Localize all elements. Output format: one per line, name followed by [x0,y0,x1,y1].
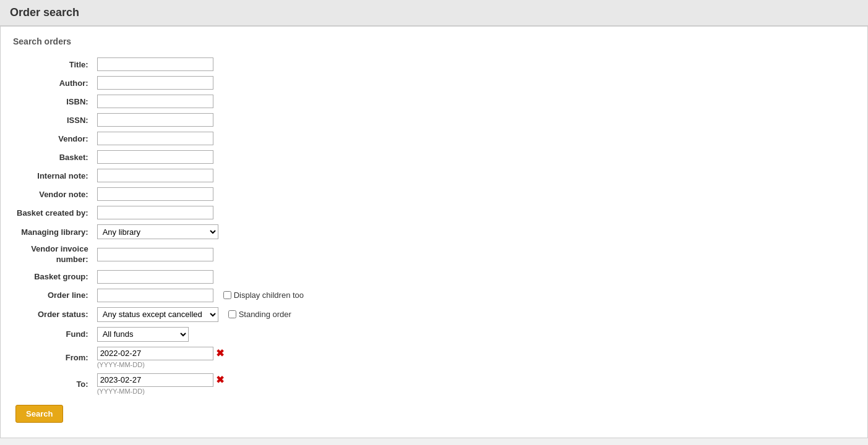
vendor-invoice-number-input[interactable] [97,248,213,261]
basket-label: Basket: [13,148,93,166]
basket-input[interactable] [97,150,213,164]
internal-note-input[interactable] [97,169,213,182]
from-date-input[interactable] [97,347,213,360]
to-date-hint: (YYYY-MM-DD) [97,388,304,395]
standing-order-label: Standing order [228,310,291,319]
clear-to-date-icon[interactable]: ✖ [216,375,224,385]
section-title: Search orders [13,36,855,46]
standing-order-checkbox[interactable] [228,310,236,318]
basket-created-by-label: Basket created by: [13,203,93,222]
order-status-select[interactable]: Any status except cancelled [97,307,218,322]
vendor-note-label: Vendor note: [13,185,93,203]
managing-library-label: Managing library: [13,222,93,242]
isbn-label: ISBN: [13,92,93,111]
managing-library-select[interactable]: Any library [97,224,218,239]
main-container: Search orders Title: Author: ISBN: ISSN:… [0,26,868,438]
clear-from-date-icon[interactable]: ✖ [216,349,224,358]
order-line-label: Order line: [13,286,93,305]
display-children-too-label: Display children too [223,290,304,300]
display-children-too-checkbox[interactable] [223,291,231,299]
title-input[interactable] [97,57,213,71]
vendor-label: Vendor: [13,129,93,148]
author-input[interactable] [97,76,213,90]
from-date-hint: (YYYY-MM-DD) [97,361,304,368]
basket-created-by-input[interactable] [97,206,213,219]
basket-group-label: Basket group: [13,268,93,286]
page-title: Order search [0,0,868,26]
internal-note-label: Internal note: [13,166,93,185]
from-label: From: [13,344,93,371]
title-label: Title: [13,55,93,74]
vendor-invoice-number-label: Vendor invoicenumber: [13,242,93,268]
search-button[interactable]: Search [15,405,63,423]
vendor-note-input[interactable] [97,187,213,201]
search-form: Title: Author: ISBN: ISSN: Vendor: Baske… [13,55,307,397]
issn-input[interactable] [97,113,213,127]
fund-select[interactable]: All funds [97,327,189,342]
to-date-input[interactable] [97,373,213,387]
order-status-label: Order status: [13,305,93,324]
order-line-input[interactable] [97,289,213,302]
fund-label: Fund: [13,324,93,344]
vendor-input[interactable] [97,132,213,145]
basket-group-input[interactable] [97,270,213,284]
to-label: To: [13,371,93,397]
issn-label: ISSN: [13,111,93,129]
isbn-input[interactable] [97,95,213,108]
author-label: Author: [13,74,93,92]
